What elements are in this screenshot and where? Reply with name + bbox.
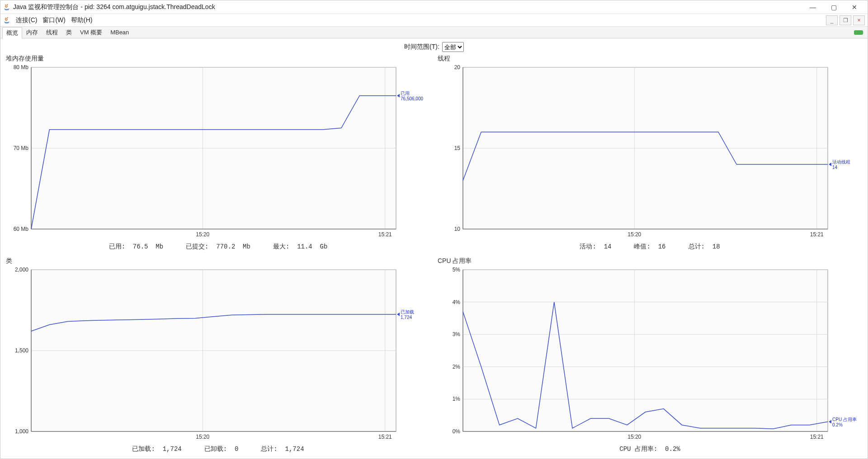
- maximize-button[interactable]: ▢: [823, 1, 844, 14]
- svg-text:76,506,000: 76,506,000: [401, 96, 423, 101]
- menubar: 连接(C) 窗口(W) 帮助(H) _ ❐ ×: [0, 14, 868, 27]
- java-icon: [3, 17, 10, 24]
- tab-classes[interactable]: 类: [62, 27, 76, 38]
- overview-body: 时间范围(T): 全部 堆内存使用量 60 Mb70 Mb80 Mb15:201…: [0, 38, 868, 459]
- panel-threads-status: 活动: 14 峰值: 16 总计: 18: [436, 242, 864, 253]
- panel-cpu-status: CPU 占用率: 0.2%: [436, 444, 864, 455]
- chart-threads: 10152015:2015:21活动线程14: [436, 64, 864, 242]
- svg-text:已用: 已用: [401, 91, 410, 96]
- svg-text:60 Mb: 60 Mb: [14, 226, 29, 232]
- svg-text:2,000: 2,000: [15, 267, 28, 273]
- svg-text:15:20: 15:20: [627, 434, 641, 440]
- iframe-close-button[interactable]: ×: [853, 15, 865, 25]
- svg-text:15:21: 15:21: [378, 231, 392, 238]
- time-range-row: 时间范围(T): 全部: [4, 40, 864, 54]
- svg-text:2%: 2%: [453, 364, 461, 370]
- tab-vm[interactable]: VM 概要: [76, 27, 106, 38]
- time-range-label: 时间范围(T):: [404, 43, 439, 51]
- time-range-select[interactable]: 全部: [442, 42, 464, 52]
- svg-text:活动线程: 活动线程: [832, 159, 850, 164]
- svg-text:14: 14: [832, 165, 838, 170]
- tab-mbean[interactable]: MBean: [106, 27, 133, 37]
- svg-text:80 Mb: 80 Mb: [14, 64, 29, 70]
- svg-text:10: 10: [454, 226, 461, 232]
- panel-heap-title: 堆内存使用量: [4, 54, 432, 64]
- svg-text:15:20: 15:20: [627, 231, 641, 238]
- svg-text:1%: 1%: [453, 396, 461, 402]
- svg-text:15:20: 15:20: [196, 434, 209, 440]
- svg-text:1,724: 1,724: [401, 315, 412, 320]
- panel-cpu-title: CPU 占用率: [436, 256, 864, 266]
- panel-threads-title: 线程: [436, 54, 864, 64]
- svg-text:CPU 占用率: CPU 占用率: [832, 417, 857, 422]
- svg-text:15:20: 15:20: [196, 231, 209, 238]
- menu-window[interactable]: 窗口(W): [40, 16, 68, 24]
- chart-classes: 1,0001,5002,00015:2015:21已加载1,724: [4, 266, 432, 444]
- java-icon: [3, 4, 10, 11]
- titlebar: Java 监视和管理控制台 - pid: 3264 com.atguigu.js…: [0, 0, 868, 14]
- svg-text:15: 15: [454, 145, 461, 151]
- svg-text:1,000: 1,000: [15, 428, 28, 435]
- panel-heap: 堆内存使用量 60 Mb70 Mb80 Mb15:2015:21已用76,506…: [4, 54, 432, 253]
- connection-status-icon: [854, 30, 863, 35]
- panel-classes-title: 类: [4, 256, 432, 266]
- tab-threads[interactable]: 线程: [42, 27, 62, 38]
- chart-heap: 60 Mb70 Mb80 Mb15:2015:21已用76,506,000: [4, 64, 432, 242]
- tabbar: 概览 内存 线程 类 VM 概要 MBean: [0, 27, 868, 38]
- svg-text:20: 20: [454, 64, 461, 70]
- svg-text:15:21: 15:21: [378, 434, 392, 440]
- svg-text:15:21: 15:21: [810, 434, 824, 440]
- svg-text:1,500: 1,500: [15, 347, 28, 354]
- svg-rect-39: [463, 270, 828, 431]
- tab-memory[interactable]: 内存: [22, 27, 42, 38]
- panel-cpu: CPU 占用率 0%1%2%3%4%5%15:2015:21CPU 占用率0.2…: [436, 256, 864, 455]
- iframe-minimize-button[interactable]: _: [826, 15, 838, 25]
- svg-text:70 Mb: 70 Mb: [14, 145, 29, 151]
- minimize-button[interactable]: —: [802, 1, 823, 14]
- panel-threads: 线程 10152015:2015:21活动线程14 活动: 14 峰值: 16 …: [436, 54, 864, 253]
- internal-frame-buttons: _ ❐ ×: [826, 15, 865, 25]
- iframe-restore-button[interactable]: ❐: [840, 15, 851, 25]
- svg-text:0.2%: 0.2%: [832, 422, 843, 427]
- svg-text:4%: 4%: [453, 299, 461, 305]
- svg-text:已加载: 已加载: [401, 309, 414, 314]
- menu-help[interactable]: 帮助(H): [68, 16, 95, 24]
- panel-heap-status: 已用: 76.5 Mb 已提交: 770.2 Mb 最大: 11.4 Gb: [4, 242, 432, 253]
- svg-text:3%: 3%: [453, 331, 461, 337]
- tab-overview[interactable]: 概览: [2, 27, 22, 39]
- chart-cpu: 0%1%2%3%4%5%15:2015:21CPU 占用率0.2%: [436, 266, 864, 444]
- menu-connection[interactable]: 连接(C): [13, 16, 40, 24]
- panel-classes-status: 已加载: 1,724 已卸载: 0 总计: 1,724: [4, 444, 432, 455]
- close-button[interactable]: ✕: [844, 1, 865, 14]
- chart-grid: 堆内存使用量 60 Mb70 Mb80 Mb15:2015:21已用76,506…: [4, 54, 864, 455]
- jconsole-window: Java 监视和管理控制台 - pid: 3264 com.atguigu.js…: [0, 0, 868, 459]
- window-title: Java 监视和管理控制台 - pid: 3264 com.atguigu.js…: [13, 3, 802, 11]
- svg-text:5%: 5%: [453, 267, 461, 273]
- svg-text:15:21: 15:21: [810, 231, 824, 238]
- panel-classes: 类 1,0001,5002,00015:2015:21已加载1,724 已加载:…: [4, 256, 432, 455]
- svg-text:0%: 0%: [453, 428, 461, 435]
